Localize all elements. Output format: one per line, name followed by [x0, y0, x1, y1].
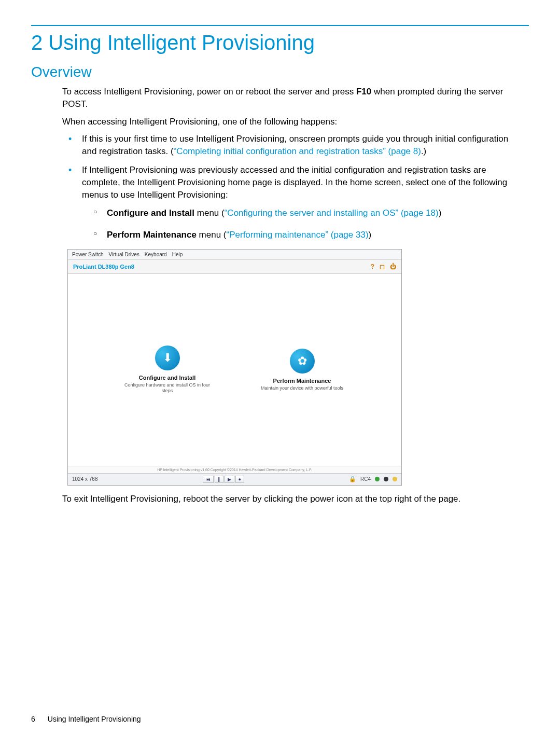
sub-bullet-maintenance-mid: menu ( [197, 230, 227, 240]
status-playback-controls: ⏮ ‖ ▶ ● [203, 476, 244, 483]
ss-title-icons: ? ◻ ⏻ [371, 263, 396, 270]
sub-bullets-list: Configure and Install menu (“Configuring… [82, 206, 524, 241]
ss-statusbar: 1024 x 768 ⏮ ‖ ▶ ● 🔒 RC4 [68, 473, 401, 485]
record-icon[interactable]: ● [235, 476, 244, 483]
status-encryption: RC4 [360, 476, 371, 482]
card-perform-maintenance[interactable]: ✿ Perform Maintenance Maintain your devi… [256, 349, 349, 391]
ss-copyright: HP Intelligent Provisioning v1.60 Copyri… [68, 466, 401, 473]
screenshot-home: Power Switch Virtual Drives Keyboard Hel… [67, 249, 402, 486]
exit-text: To exit Intelligent Provisioning, reboot… [62, 493, 524, 505]
page-footer: 6 Using Intelligent Provisioning [31, 715, 141, 723]
bullet-2-text: If Intelligent Provisioning was previous… [82, 165, 507, 200]
xref-initial-config[interactable]: “Completing initial configuration and re… [174, 146, 421, 156]
menu-help[interactable]: Help [172, 252, 183, 257]
bullets-list: If this is your first time to use Intell… [62, 133, 524, 241]
top-rule [31, 25, 529, 26]
play-icon[interactable]: ▶ [225, 476, 234, 483]
intro-p1-pre: To access Intelligent Provisioning, powe… [62, 87, 356, 96]
card-maintenance-title: Perform Maintenance [256, 378, 349, 384]
gear-icon: ✿ [290, 349, 315, 374]
bullet-2: If Intelligent Provisioning was previous… [62, 164, 524, 242]
status-right: 🔒 RC4 [349, 476, 397, 482]
xref-perform-maintenance[interactable]: “Performing maintenance” (page 33) [227, 230, 369, 240]
sub-bullet-maintenance-post: ) [369, 230, 372, 240]
help-icon[interactable]: ? [371, 263, 374, 270]
sub-bullet-configure-mid: menu ( [194, 208, 225, 218]
key-f10: F10 [356, 87, 371, 96]
xref-configure-os[interactable]: “Configuring the server and installing a… [225, 208, 439, 218]
lock-icon: 🔒 [349, 476, 356, 482]
chapter-title: 2 Using Intelligent Provisioning [31, 31, 529, 54]
ss-stage: ⬇ Configure and Install Configure hardwa… [68, 274, 401, 466]
pause-icon[interactable]: ‖ [215, 476, 223, 483]
card-configure-sub: Configure hardware and install OS in fou… [121, 382, 214, 394]
running-header: Using Intelligent Provisioning [48, 715, 141, 723]
power-icon[interactable]: ⏻ [390, 263, 396, 270]
intro-p2: When accessing Intelligent Provisioning,… [62, 116, 524, 128]
sub-bullet-configure: Configure and Install menu (“Configuring… [82, 206, 524, 220]
sub-bullet-configure-post: ) [439, 208, 442, 218]
menu-keyboard[interactable]: Keyboard [145, 252, 167, 257]
rewind-icon[interactable]: ⏮ [203, 476, 214, 483]
status-dot-yellow-icon [393, 477, 397, 481]
status-dot-dark-icon [384, 477, 388, 481]
intro-p1: To access Intelligent Provisioning, powe… [62, 86, 524, 110]
card-configure-title: Configure and Install [121, 375, 214, 381]
card-configure-install[interactable]: ⬇ Configure and Install Configure hardwa… [121, 346, 214, 394]
ss-menubar: Power Switch Virtual Drives Keyboard Hel… [68, 250, 401, 260]
ss-product-name: ProLiant DL380p Gen8 [73, 264, 134, 270]
sub-bullet-maintenance: Perform Maintenance menu (“Performing ma… [82, 228, 524, 242]
bullet-1-post: .) [421, 146, 426, 156]
bullet-1: If this is your first time to use Intell… [62, 133, 524, 158]
sub-bullet-maintenance-bold: Perform Maintenance [107, 230, 197, 240]
section-title-overview: Overview [31, 64, 529, 80]
page-number: 6 [31, 715, 35, 723]
sub-bullet-configure-bold: Configure and Install [107, 208, 194, 218]
home-icon[interactable]: ◻ [380, 263, 385, 270]
ss-titlebar: ProLiant DL380p Gen8 ? ◻ ⏻ [68, 260, 401, 274]
card-maintenance-sub: Maintain your device with powerful tools [256, 385, 349, 391]
menu-virtual-drives[interactable]: Virtual Drives [109, 252, 139, 257]
menu-power-switch[interactable]: Power Switch [72, 252, 104, 257]
download-icon: ⬇ [155, 346, 180, 370]
status-resolution: 1024 x 768 [72, 476, 98, 482]
status-dot-green-icon [375, 477, 380, 481]
